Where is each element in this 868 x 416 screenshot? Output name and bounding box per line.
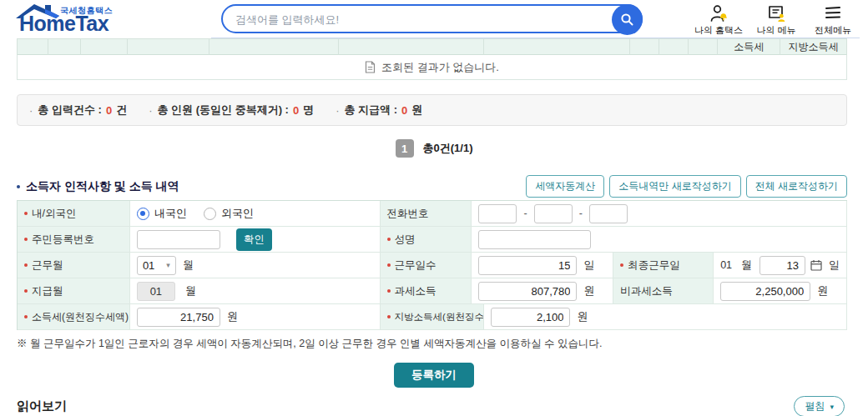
rrn-input[interactable] [137,230,220,249]
radio-foreign[interactable]: 외국인 [204,206,254,221]
auto-calc-note: ※ 월 근무일수가 1일인 근로자의 경우 세액이 자동계산되며, 2일 이상 … [17,337,602,351]
bullet-icon [17,185,20,188]
nationality-value-cell: 내국인 외국인 [130,201,381,226]
grid-header-cell [18,38,48,55]
empty-result-message: 조회된 결과가 없습니다. [381,60,499,75]
pagination: 1 총0건(1/1) [0,139,868,158]
taxable-income-label-cell: 과세소득 [381,278,472,303]
form-row-workmonth: 근무월 01 ▾ 월 근무일수 일 최종근무일 0 [18,253,847,278]
expand-toggle-button[interactable]: 펼침 ▾ [794,396,845,416]
last-work-day-label-cell: 최종근무일 [613,253,714,278]
search-icon [620,13,634,27]
calendar-icon[interactable] [810,259,822,271]
taxable-income-input[interactable] [478,282,577,301]
form-row-tax: 소득세(원천징수세액) 원 지방소득세(원천징수세액) 원 [18,304,847,330]
rewrite-all-button[interactable]: 전체 새로작성하기 [746,175,847,198]
nationality-label-cell: 내/외국인 [18,201,130,226]
header-menus: 나의 홈택스 나의 메뉴 [694,3,856,37]
form-row-nationality-phone: 내/외국인 내국인 외국인 전화번호 - - [18,201,847,227]
local-tax-input[interactable] [491,308,570,327]
last-work-day-value-cell: 01 월 일 [714,253,847,278]
section-buttons: 세액자동계산 소득내역만 새로작성하기 전체 새로작성하기 [526,175,847,198]
rrn-value-cell: 확인 [130,227,381,252]
work-days-input[interactable] [478,256,577,275]
document-icon [365,61,376,73]
all-menu-label: 전체메뉴 [815,24,851,37]
required-icon [387,263,391,267]
rrn-label-cell: 주민등록번호 [18,227,130,252]
all-menu[interactable]: 전체메뉴 [810,3,856,37]
grid-header-income-tax: 소득세 [718,38,780,55]
radio-domestic[interactable]: 내국인 [137,206,187,221]
total-payment: · 총 지급액 : 0 원 [336,103,422,118]
search-bar [221,4,643,33]
required-icon [387,289,391,293]
grid-header-local-tax: 지방소득세 [780,38,847,55]
income-tax-input[interactable] [137,308,220,327]
search-button[interactable] [612,4,643,35]
auto-tax-calc-button[interactable]: 세액자동계산 [526,175,604,198]
work-month-select[interactable]: 01 ▾ [137,256,176,275]
rrn-confirm-button[interactable]: 확인 [236,228,272,251]
phone-input-3[interactable] [589,204,628,223]
local-tax-label-cell: 지방소득세(원천징수세액) [381,304,485,329]
results-grid-header: 소득세 지방소득세 [17,38,847,55]
nontax-income-label-cell: 비과세소득 [613,278,714,303]
chevron-down-icon: ▾ [830,403,834,411]
last-day-input[interactable] [760,256,805,275]
radio-unselected-icon[interactable] [204,208,216,220]
income-detail-section-header: 소득자 인적사항 및 소득 내역 세액자동계산 소득내역만 새로작성하기 전체 … [17,175,847,198]
grid-header-cell [128,38,209,55]
hometax-logo[interactable]: 국세청홈택스 HomeTax [13,2,130,37]
my-menu[interactable]: 나의 메뉴 [753,3,800,37]
grid-header-cell [339,38,485,55]
page-total-text: 총0건(1/1) [423,141,473,156]
required-icon [24,238,28,241]
rewrite-income-button[interactable]: 소득내역만 새로작성하기 [609,175,740,198]
pay-month-value-cell: 01 월 [130,278,381,303]
totals-summary-bar: · 총 입력건수 : 0 건 · 총 인원 (동일인 중복제거) : 0 명 ·… [17,94,847,126]
register-button[interactable]: 등록하기 [394,363,474,388]
income-earner-form: 내/외국인 내국인 외국인 전화번호 - - [17,200,847,330]
local-tax-value-cell: 원 [484,304,847,329]
name-label-cell: 성명 [381,227,472,252]
income-tax-label-cell: 소득세(원천징수세액) [18,304,130,329]
pay-month-label-cell: 지급월 [18,278,130,303]
radio-selected-icon[interactable] [137,208,149,220]
name-input[interactable] [478,230,591,249]
form-row-rrn-name: 주민등록번호 확인 성명 [18,227,847,253]
my-menu-label: 나의 메뉴 [756,24,795,37]
last-day-month-value: 01 [720,259,732,271]
phone-label-cell: 전화번호 [381,201,472,226]
top-header: 국세청홈택스 HomeTax [0,0,868,38]
section-title: 소득자 인적사항 및 소득 내역 [17,179,179,194]
required-icon [387,238,391,241]
hamburger-icon [824,3,842,23]
my-hometax-menu[interactable]: 나의 홈택스 [694,3,743,37]
phone-input-1[interactable] [478,204,517,223]
pay-month-disabled-input: 01 [137,282,175,301]
nontax-income-input[interactable] [720,282,810,301]
income-tax-value-cell: 원 [130,304,381,329]
total-entries: · 총 입력건수 : 0 건 [29,103,127,118]
required-icon [24,212,28,215]
work-month-value-cell: 01 ▾ 월 [130,253,381,278]
logo-title: HomeTax [19,12,108,36]
grid-header-cell [659,38,689,55]
page-number-button[interactable]: 1 [396,139,414,158]
required-icon [620,263,623,267]
grid-header-cell [209,38,339,55]
name-value-cell [472,227,847,252]
work-days-value-cell: 일 [472,253,613,278]
work-month-label-cell: 근무월 [18,253,130,278]
form-row-paymonth: 지급월 01 월 과세소득 원 비과세소득 원 [18,278,847,304]
hometax-page: 국세청홈택스 HomeTax [0,0,868,416]
phone-input-2[interactable] [534,204,573,223]
total-persons-value: 0 [293,104,299,117]
required-icon [387,315,391,318]
grid-header-cell [81,38,128,55]
search-input[interactable] [235,8,594,30]
empty-result-row: 조회된 결과가 없습니다. [17,55,847,80]
required-icon [24,263,28,267]
grid-header-cell [630,38,659,55]
